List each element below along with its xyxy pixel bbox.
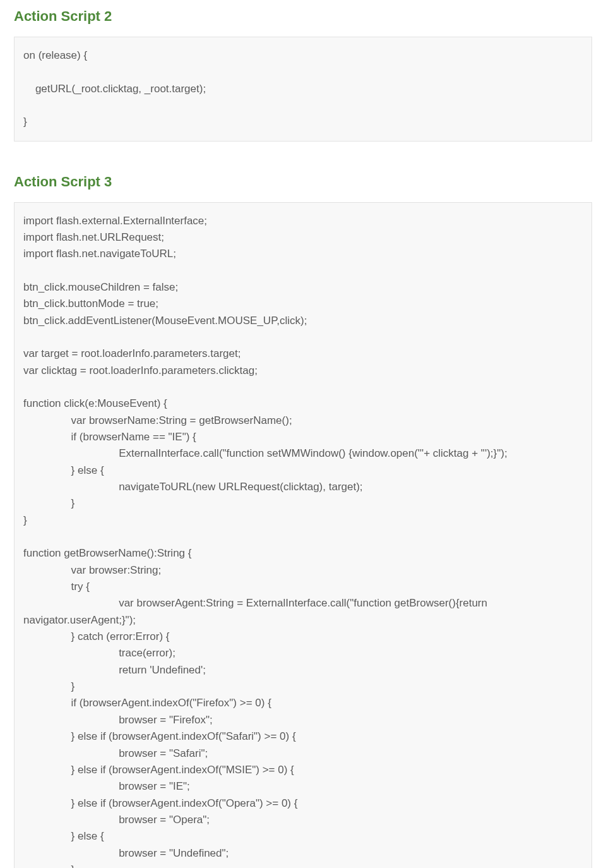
- code-block-actionscript3: import flash.external.ExternalInterface;…: [14, 202, 592, 869]
- code-block-actionscript2: on (release) { getURL(_root.clicktag, _r…: [14, 37, 592, 142]
- heading-actionscript2: Action Script 2: [14, 6, 592, 27]
- page: Action Script 2 on (release) { getURL(_r…: [0, 0, 606, 868]
- heading-actionscript3: Action Script 3: [14, 172, 592, 192]
